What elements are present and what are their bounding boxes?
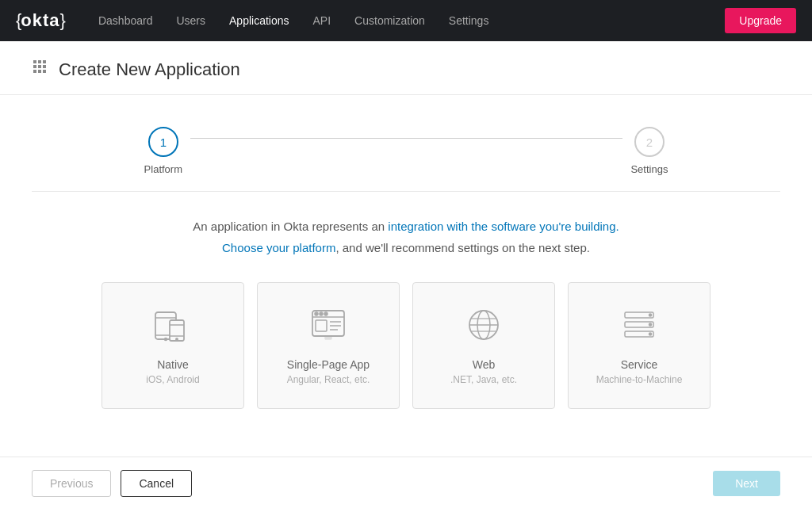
upgrade-button[interactable]: Upgrade	[725, 8, 796, 33]
step-1-circle: 1	[148, 127, 178, 157]
nav-applications[interactable]: Applications	[220, 10, 299, 32]
stepper: 1 Platform 2 Settings	[32, 119, 780, 192]
nav-customization[interactable]: Customization	[345, 10, 435, 32]
logo: {okta}	[16, 10, 65, 31]
platform-card-web[interactable]: Web .NET, Java, etc.	[412, 282, 555, 409]
svg-rect-6	[33, 70, 36, 73]
previous-button[interactable]: Previous	[32, 470, 111, 497]
platform-card-service[interactable]: Service Machine-to-Machine	[568, 282, 710, 409]
page-title: Create New Application	[59, 59, 240, 80]
cancel-button[interactable]: Cancel	[121, 470, 192, 497]
nav-dashboard[interactable]: Dashboard	[89, 10, 163, 32]
svg-rect-7	[38, 70, 41, 73]
step-2-circle: 2	[634, 127, 665, 157]
svg-point-12	[165, 338, 167, 341]
svg-point-19	[315, 312, 318, 315]
page: Create New Application 1 Platform 2 Sett…	[0, 41, 812, 512]
platform-card-native[interactable]: Native iOS, Android	[102, 282, 244, 409]
native-icon	[154, 306, 192, 349]
description-line1: An application in Okta represents an int…	[32, 216, 780, 237]
svg-rect-22	[316, 320, 327, 331]
nav-links: Dashboard Users Applications API Customi…	[89, 10, 725, 32]
platform-cards: Native iOS, Android	[32, 282, 780, 409]
service-icon	[620, 306, 658, 349]
svg-point-21	[324, 312, 327, 315]
nav-api[interactable]: API	[304, 10, 341, 32]
step-1: 1 Platform	[144, 127, 182, 175]
nav-users[interactable]: Users	[167, 10, 215, 32]
native-sub: iOS, Android	[146, 374, 199, 385]
page-header: Create New Application	[0, 41, 812, 95]
footer: Previous Cancel Next	[0, 457, 812, 510]
native-name: Native	[157, 358, 189, 371]
service-sub: Machine-to-Machine	[596, 374, 683, 385]
step-1-label: Platform	[144, 163, 182, 175]
svg-rect-2	[43, 60, 46, 63]
step-2: 2 Settings	[630, 127, 668, 175]
spa-name: Single-Page App	[287, 358, 370, 371]
web-sub: .NET, Java, etc.	[450, 374, 517, 385]
description: An application in Okta represents an int…	[32, 216, 780, 258]
svg-point-16	[176, 338, 178, 340]
svg-rect-27	[325, 336, 331, 339]
svg-rect-5	[43, 65, 46, 68]
svg-rect-8	[43, 70, 46, 73]
step-connector	[190, 138, 622, 139]
web-name: Web	[473, 358, 496, 371]
platform-card-spa[interactable]: Single-Page App Angular, React, etc.	[257, 282, 400, 409]
description-line2: Choose your platform, and we'll recommen…	[32, 237, 780, 258]
svg-point-20	[320, 312, 323, 315]
web-icon	[465, 306, 503, 349]
svg-rect-0	[33, 60, 36, 63]
step-wrapper: 1 Platform 2 Settings	[144, 127, 668, 175]
next-button[interactable]: Next	[713, 471, 780, 496]
step-2-label: Settings	[630, 163, 668, 175]
spa-sub: Angular, React, etc.	[287, 374, 370, 385]
navbar: {okta} Dashboard Users Applications API …	[0, 0, 812, 41]
footer-left: Previous Cancel	[32, 470, 192, 497]
svg-rect-3	[33, 65, 36, 68]
service-name: Service	[621, 358, 658, 371]
svg-point-38	[649, 333, 652, 335]
nav-settings[interactable]: Settings	[439, 10, 499, 32]
svg-point-36	[649, 314, 652, 316]
svg-rect-1	[38, 60, 41, 63]
svg-point-37	[649, 323, 652, 326]
page-title-icon	[32, 59, 49, 80]
content: 1 Platform 2 Settings An application in …	[0, 95, 812, 457]
spa-icon	[309, 306, 347, 349]
svg-rect-4	[38, 65, 41, 68]
